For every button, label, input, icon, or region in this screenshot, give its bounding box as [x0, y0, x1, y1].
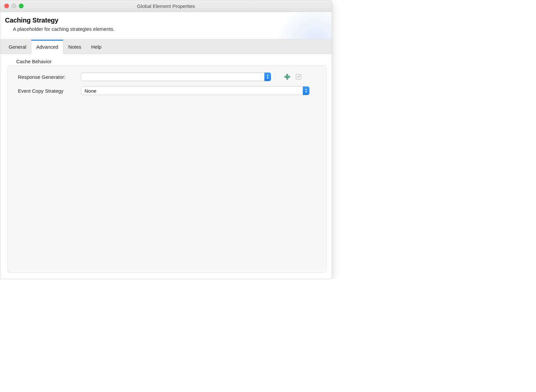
- header-gradient: [269, 12, 332, 39]
- page-title: Caching Strategy: [5, 17, 327, 24]
- event-copy-strategy-value: None: [84, 88, 96, 94]
- response-generator-select[interactable]: [81, 73, 271, 81]
- dialog-header: Caching Strategy A placeholder for cachi…: [0, 12, 332, 39]
- add-icon: [284, 74, 291, 80]
- select-stepper-icon: [264, 73, 271, 81]
- zoom-window-button[interactable]: [19, 4, 24, 8]
- label-event-copy-strategy: Event Copy Strategy: [18, 88, 77, 94]
- tab-help[interactable]: Help: [86, 40, 106, 54]
- event-copy-strategy-select[interactable]: None: [81, 86, 309, 95]
- window-controls: [4, 4, 24, 8]
- tab-content-advanced: Cache Behavior Response Generator:: [0, 54, 332, 279]
- row-event-copy-strategy: Event Copy Strategy None: [18, 86, 319, 96]
- page-description: A placeholder for caching strategies ele…: [13, 26, 327, 32]
- tab-general[interactable]: General: [4, 40, 31, 54]
- group-box-cache-behavior: Response Generator:: [8, 66, 326, 273]
- tab-notes[interactable]: Notes: [63, 40, 86, 54]
- tab-advanced[interactable]: Advanced: [31, 40, 63, 54]
- add-button[interactable]: [284, 73, 291, 80]
- tab-bar: General Advanced Notes Help: [0, 39, 332, 54]
- window-title: Global Element Properties: [0, 3, 332, 9]
- select-stepper-icon: [303, 86, 309, 95]
- close-window-button[interactable]: [4, 4, 9, 8]
- minimize-window-button[interactable]: [12, 4, 16, 8]
- dialog-window: Global Element Properties Caching Strate…: [0, 0, 332, 279]
- edit-icon: [295, 74, 301, 80]
- edit-button[interactable]: [295, 73, 302, 80]
- group-title-cache-behavior: Cache Behavior: [16, 59, 326, 64]
- row-response-generator: Response Generator:: [18, 72, 319, 82]
- svg-rect-1: [285, 76, 290, 77]
- label-response-generator: Response Generator:: [18, 74, 77, 80]
- titlebar: Global Element Properties: [0, 0, 332, 12]
